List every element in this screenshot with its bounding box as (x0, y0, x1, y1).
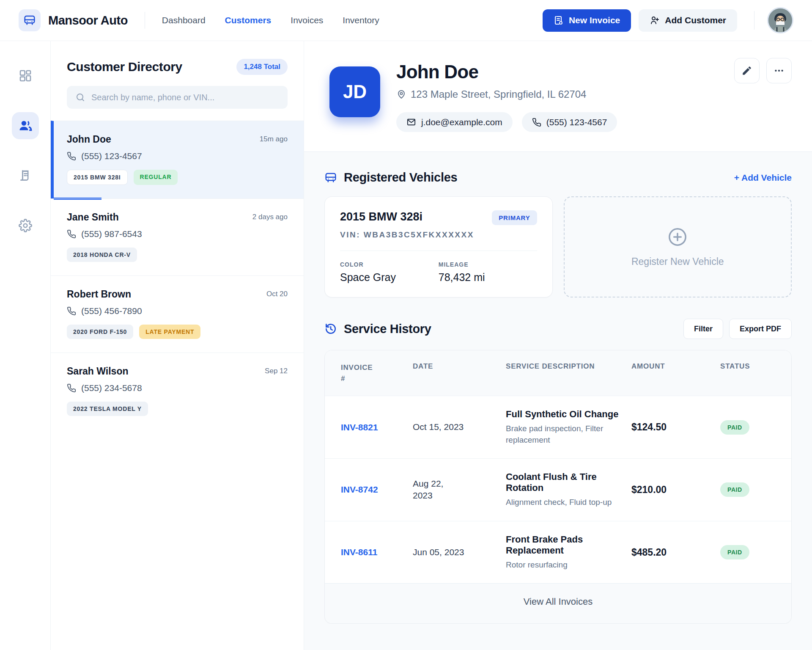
icon-rail (0, 41, 51, 650)
customer-row-jane-smith[interactable]: Jane Smith 2 days ago (555) 987-6543 201… (51, 198, 304, 275)
history-icon (324, 322, 337, 335)
service-detail: Alignment check, Fluid top-up (506, 497, 623, 508)
new-invoice-button[interactable]: New Invoice (543, 9, 631, 32)
filter-button[interactable]: Filter (683, 319, 723, 339)
car-icon (324, 171, 337, 184)
invoice-amount: $485.20 (631, 547, 712, 558)
view-all-invoices-link[interactable]: View All Invoices (325, 583, 791, 623)
rail-settings-icon[interactable] (12, 212, 39, 239)
col-invoice: INVOICE # (341, 362, 377, 384)
status-badge: LATE PAYMENT (139, 325, 200, 339)
service-detail: Brake pad inspection, Filter replacement (506, 423, 623, 446)
customer-last-seen: Oct 20 (266, 290, 288, 298)
export-pdf-button[interactable]: Export PDF (729, 319, 792, 339)
customer-name: John Doe (67, 134, 111, 145)
invoice-amount: $210.00 (631, 484, 712, 496)
col-status: STATUS (720, 362, 775, 371)
customer-row-robert-brown[interactable]: Robert Brown Oct 20 (555) 456-7890 2020 … (51, 275, 304, 353)
vehicle-tag: 2022 TESLA MODEL Y (67, 402, 148, 416)
register-new-vehicle-card[interactable]: Register New Vehicle (564, 196, 792, 297)
color-label: COLOR (340, 261, 439, 268)
color-value: Space Gray (340, 271, 439, 284)
phone-icon (67, 229, 76, 239)
customer-last-seen: 2 days ago (252, 213, 288, 221)
plus-circle-icon (667, 226, 688, 248)
paid-badge: PAID (720, 420, 749, 435)
customer-name: Jane Smith (67, 212, 119, 223)
edit-customer-button[interactable] (734, 58, 760, 83)
register-new-vehicle-label: Register New Vehicle (631, 256, 724, 267)
nav-inventory[interactable]: Inventory (343, 15, 379, 25)
add-vehicle-link[interactable]: + Add Vehicle (734, 173, 792, 183)
customer-row-sarah-wilson[interactable]: Sarah Wilson Sep 12 (555) 234-5678 2022 … (51, 353, 304, 430)
phone-chip[interactable]: (555) 123-4567 (522, 112, 617, 132)
directory-title: Customer Directory (67, 60, 182, 74)
ellipsis-icon (774, 65, 785, 76)
app-title: Mansoor Auto (48, 14, 128, 28)
vehicle-vin: VIN: WBA3B3C5XFKXXXXXX (340, 230, 537, 240)
invoice-link[interactable]: INV-8821 (341, 422, 404, 432)
user-avatar[interactable] (767, 7, 793, 33)
topbar-actions: New Invoice Add Customer (543, 7, 793, 33)
add-customer-label: Add Customer (665, 15, 726, 25)
search-input[interactable] (91, 93, 279, 102)
nav-customers[interactable]: Customers (225, 15, 272, 25)
vehicle-card-bmw[interactable]: 2015 BMW 328i PRIMARY VIN: WBA3B3C5XFKXX… (324, 196, 553, 297)
total-count-badge: 1,248 Total (236, 59, 288, 75)
service-history-table: INVOICE # DATE SERVICE DESCRIPTION AMOUN… (324, 350, 792, 624)
customer-phone: (555) 123-4567 (81, 151, 142, 161)
customer-last-seen: 15m ago (260, 135, 288, 143)
customer-name: Sarah Wilson (67, 366, 129, 377)
invoice-date: Jun 05, 2023 (413, 546, 497, 558)
divider (340, 251, 537, 251)
customer-row-john-doe[interactable]: John Doe 15m ago (555) 123-4567 2015 BMW… (51, 121, 304, 198)
search-icon (75, 92, 85, 102)
nav-dashboard[interactable]: Dashboard (162, 15, 206, 25)
invoice-plus-icon (554, 15, 564, 25)
directory-header: Customer Directory 1,248 Total (51, 41, 304, 75)
nav-invoices[interactable]: Invoices (291, 15, 323, 25)
service-detail: Rotor resurfacing (506, 559, 623, 571)
customer-directory-panel: Customer Directory 1,248 Total John Doe … (51, 41, 304, 650)
rail-customers-icon[interactable] (12, 112, 39, 139)
service-title: Full Synthetic Oil Change (506, 409, 623, 420)
col-date: DATE (413, 362, 497, 371)
customer-search[interactable] (67, 86, 288, 109)
app-body: Customer Directory 1,248 Total John Doe … (0, 41, 812, 650)
paid-badge: PAID (720, 545, 749, 559)
customer-name: Robert Brown (67, 289, 131, 300)
customer-phone: (555) 123-4567 (546, 117, 607, 127)
phone-icon (67, 383, 76, 393)
car-logo-icon (19, 9, 41, 31)
invoice-link[interactable]: INV-8742 (341, 485, 404, 495)
rail-invoices-icon[interactable] (12, 162, 39, 189)
mileage-value: 78,432 mi (439, 271, 537, 284)
customer-list: John Doe 15m ago (555) 123-4567 2015 BMW… (51, 121, 304, 650)
primary-badge: PRIMARY (492, 210, 537, 225)
col-amount: AMOUNT (631, 362, 712, 371)
location-pin-icon (396, 89, 406, 99)
phone-icon (67, 306, 76, 316)
rail-dashboard-icon[interactable] (12, 62, 39, 89)
more-options-button[interactable] (766, 58, 792, 83)
phone-icon (532, 118, 541, 127)
invoice-row: INV-8611 Jun 05, 2023 Front Brake Pads R… (325, 521, 791, 584)
customer-phone: (555) 456-7890 (81, 306, 142, 316)
customer-last-seen: Sep 12 (265, 367, 288, 375)
main-nav: Dashboard Customers Invoices Inventory (162, 15, 379, 25)
customer-email: j.doe@example.com (421, 117, 502, 127)
customer-phone: (555) 987-6543 (81, 229, 142, 239)
invoice-row: INV-8742 Aug 22, 2023 Coolant Flush & Ti… (325, 458, 791, 521)
phone-icon (67, 151, 76, 161)
main-content: JD John Doe 123 Maple Street, Springfiel… (304, 41, 812, 650)
service-title: Coolant Flush & Tire Rotation (506, 471, 623, 493)
customer-initials-avatar: JD (329, 66, 380, 117)
paid-badge: PAID (720, 482, 749, 497)
invoice-date: Oct 15, 2023 (413, 421, 497, 433)
email-chip[interactable]: j.doe@example.com (396, 112, 513, 132)
customer-profile-name: John Doe (396, 61, 617, 83)
add-customer-button[interactable]: Add Customer (639, 9, 737, 32)
status-badge: REGULAR (134, 170, 178, 185)
invoice-link[interactable]: INV-8611 (341, 547, 404, 557)
person-plus-icon (650, 15, 660, 25)
